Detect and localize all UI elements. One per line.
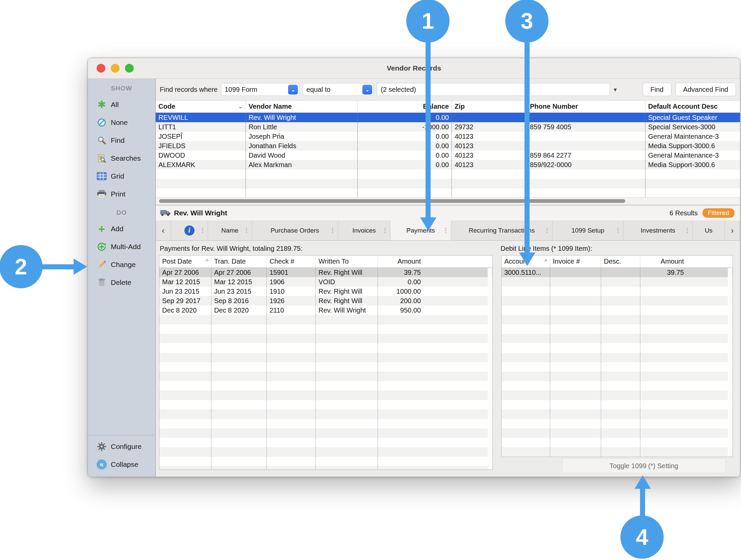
column-header-balance[interactable]: Balance	[358, 101, 452, 112]
tab-options-dots-icon[interactable]: ⋮	[615, 227, 621, 234]
sidebar-item-all[interactable]: ✱All	[88, 96, 155, 113]
sidebar-item-change[interactable]: Change	[88, 256, 155, 273]
column-header-amount[interactable]: Amount	[378, 256, 424, 267]
table-cell	[502, 296, 550, 305]
column-header-tran-date[interactable]: Tran. Date	[211, 256, 267, 267]
table-cell	[601, 277, 640, 287]
horizontal-scrollbar[interactable]	[156, 197, 740, 205]
tab-us[interactable]: Us	[693, 220, 725, 240]
callout-3-arrowhead-icon	[519, 252, 535, 266]
table-cell	[156, 188, 246, 197]
column-header-phone-number[interactable]: Phone Number	[527, 101, 645, 112]
table-cell	[211, 466, 267, 470]
find-value-input[interactable]: (2 selected)	[377, 83, 610, 96]
table-cell	[527, 113, 645, 122]
table-row-empty	[159, 400, 492, 409]
table-row[interactable]: JOSEPÎJoseph Pńa0.0040123General Mainten…	[156, 132, 740, 141]
tab-scroll-back-button[interactable]: ‹	[156, 220, 171, 240]
table-row-empty	[159, 334, 492, 343]
sidebar-item-collapse[interactable]: «Collapse	[88, 455, 155, 473]
table-cell	[159, 362, 211, 372]
table-cell	[267, 400, 316, 409]
table-cell: Special Services-3000	[645, 122, 740, 132]
field-dropdown[interactable]: 1099 Form ⌄	[221, 83, 299, 96]
table-cell: Alex Markman	[246, 160, 358, 169]
table-cell: Special Guest Speaker	[645, 113, 740, 122]
table-row[interactable]: Dec 8 2020Dec 8 20202110Rev. Will Wright…	[159, 305, 492, 315]
tab-invoices[interactable]: Invoices⋮	[338, 220, 390, 240]
table-row[interactable]: Apr 27 2006Apr 27 200615901Rev. Right Wi…	[159, 268, 492, 277]
column-header-post-date[interactable]: Post Date^	[159, 256, 211, 267]
tab-options-dots-icon[interactable]: ⋮	[684, 227, 690, 234]
table-cell	[246, 169, 358, 179]
table-cell: Sep 29 2017	[159, 296, 211, 305]
column-header-written-to[interactable]: Written To	[316, 256, 378, 267]
table-row[interactable]: REVWILLRev. Will Wright0.00Special Guest…	[156, 113, 740, 122]
vertical-scrollbar[interactable]	[488, 268, 492, 469]
column-header-default-account-desc[interactable]: Default Account Desc	[645, 101, 740, 112]
sidebar-item-grid[interactable]: Grid	[88, 167, 155, 185]
column-header-amount[interactable]: Amount	[640, 256, 687, 267]
tab-scroll-forward-button[interactable]: ›	[725, 220, 740, 240]
find-button[interactable]: Find	[643, 83, 671, 96]
filtered-badge[interactable]: Filtered	[702, 208, 735, 218]
column-header-check-[interactable]: Check #	[267, 256, 316, 267]
tab-options-dots-icon[interactable]: ⋮	[544, 227, 550, 234]
callout-4-arrow	[640, 489, 645, 516]
table-row[interactable]: LITT1Ron Little-1000.0029732859 759 4005…	[156, 122, 740, 132]
table-cell	[550, 400, 601, 409]
table-row[interactable]: Sep 29 2017Sep 8 20161926Rev. Right Will…	[159, 296, 492, 305]
tab-label: Purchase Orders	[271, 227, 319, 234]
table-row[interactable]: DWOODDavid Wood0.0040123859 864 2277Gene…	[156, 151, 740, 160]
table-row-empty	[502, 419, 733, 428]
table-cell	[378, 381, 424, 391]
tab-options-dots-icon[interactable]: ⋮	[330, 227, 335, 234]
table-row[interactable]: JFIELDSJonathan Fields0.0040123Media Sup…	[156, 141, 740, 151]
column-header-zip[interactable]: Zip	[452, 101, 527, 112]
tab-name[interactable]: Name⋮	[208, 220, 252, 240]
horizontal-scrollbar-thumb[interactable]	[159, 199, 625, 203]
tab-1099-setup[interactable]: 1099 Setup⋮	[553, 220, 623, 240]
table-row[interactable]: Mar 12 2015Mar 12 20151906VOID0.00	[159, 277, 492, 287]
table-row[interactable]: 3000.5110...39.75	[502, 268, 733, 277]
sidebar-item-label: All	[111, 101, 119, 109]
tab-options-dots-icon[interactable]: ⋮	[244, 227, 249, 234]
table-cell	[601, 428, 640, 438]
sidebar-item-print[interactable]: Print	[88, 185, 155, 203]
advanced-find-button[interactable]: Advanced Find	[675, 83, 736, 96]
sidebar-item-multi-add[interactable]: Multi-Add	[88, 238, 155, 256]
value-caret-icon[interactable]: ▼	[613, 87, 618, 92]
table-row-empty	[159, 353, 492, 362]
column-header-invoice-[interactable]: Invoice #	[550, 256, 601, 267]
sidebar-item-searches[interactable]: Searches	[88, 149, 155, 167]
table-row[interactable]: ALEXMARKAlex Markman0.0040123859/922-000…	[156, 160, 740, 169]
toggle-1099-setting-button[interactable]: Toggle 1099 (*) Setting	[562, 458, 725, 473]
table-cell	[550, 353, 601, 362]
table-cell	[502, 334, 550, 343]
column-header-vendor-name[interactable]: Vendor Name	[246, 101, 358, 112]
operator-dropdown[interactable]: equal to ⌄	[303, 83, 374, 96]
tab-options-dots-icon[interactable]: ⋮	[443, 227, 449, 234]
tab-options-dots-icon[interactable]: ⋮	[200, 227, 205, 234]
table-cell	[601, 324, 640, 334]
sidebar-item-delete[interactable]: Delete	[88, 273, 155, 291]
tab-recurring-transactions[interactable]: Recurring Transactions⋮	[451, 220, 553, 240]
sidebar-item-configure[interactable]: Configure	[88, 437, 155, 455]
table-cell	[316, 353, 378, 362]
sidebar-item-find[interactable]: Find	[88, 131, 155, 149]
table-cell	[502, 372, 550, 381]
tab-info[interactable]: i⋮	[171, 220, 208, 240]
sidebar-item-none[interactable]: None	[88, 113, 155, 131]
vertical-scrollbar[interactable]	[728, 268, 732, 456]
table-cell: David Wood	[246, 151, 358, 160]
table-row[interactable]: Jun 23 2015Jun 23 20151910Rev. Right Wil…	[159, 287, 492, 296]
tab-investments[interactable]: Investments⋮	[623, 220, 693, 240]
table-cell	[316, 466, 378, 470]
column-header-code[interactable]: Code⌄	[156, 101, 246, 112]
tab-options-dots-icon[interactable]: ⋮	[382, 227, 388, 234]
table-cell	[211, 315, 267, 324]
tab-purchase-orders[interactable]: Purchase Orders⋮	[252, 220, 338, 240]
table-cell	[601, 438, 640, 447]
column-header-desc-[interactable]: Desc.	[601, 256, 640, 267]
sidebar-item-add[interactable]: +Add	[88, 220, 155, 238]
